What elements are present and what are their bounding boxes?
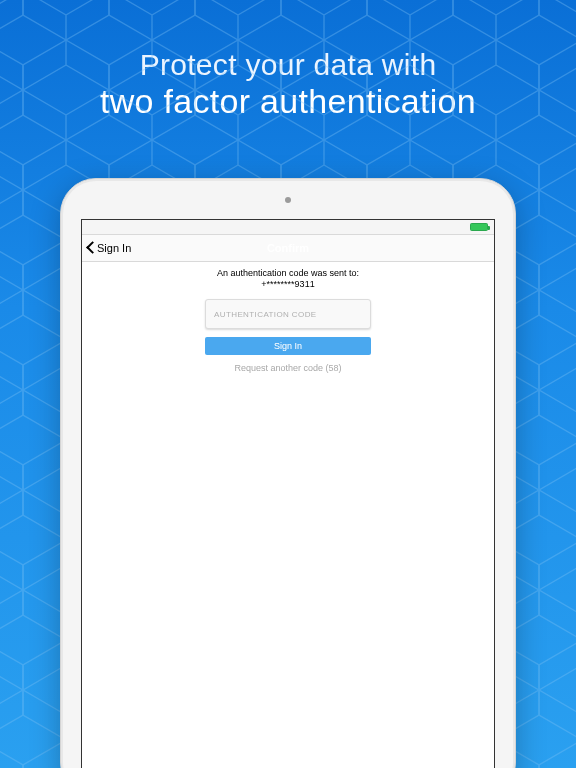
battery-icon (470, 223, 488, 231)
auth-code-placeholder: AUTHENTICATION CODE (214, 310, 317, 319)
device-screen: Sign In Confirm An authentication code w… (81, 219, 495, 768)
back-label: Sign In (97, 242, 131, 254)
back-button[interactable]: Sign In (82, 241, 131, 255)
sign-in-label: Sign In (274, 341, 302, 351)
status-bar (82, 220, 494, 234)
info-text-1: An authentication code was sent to: (82, 268, 494, 278)
hero-line-1: Protect your data with (0, 48, 576, 82)
chevron-left-icon (86, 241, 96, 255)
info-text-2: +********9311 (82, 279, 494, 289)
hero-heading: Protect your data with two factor authen… (0, 0, 576, 121)
nav-bar: Sign In Confirm (82, 234, 494, 262)
auth-code-input[interactable]: AUTHENTICATION CODE (205, 299, 371, 329)
request-another-code-link[interactable]: Request another code (58) (82, 363, 494, 373)
device-frame: Sign In Confirm An authentication code w… (60, 178, 516, 768)
sign-in-button[interactable]: Sign In (205, 337, 371, 355)
auth-content: An authentication code was sent to: +***… (82, 262, 494, 373)
hero-line-2: two factor authentication (0, 82, 576, 121)
page-title: Confirm (82, 242, 494, 254)
